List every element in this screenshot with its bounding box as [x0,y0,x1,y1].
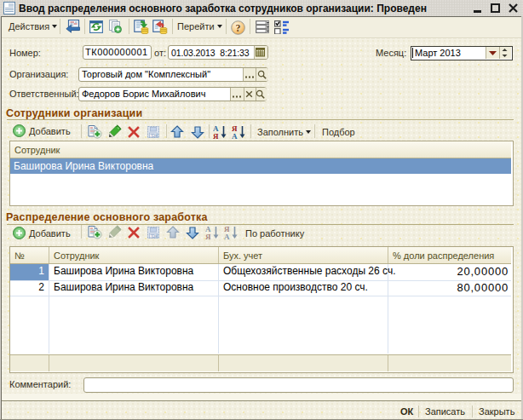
svg-text:ОК: ОК [152,133,158,138]
svg-text:ОК: ОК [152,233,158,239]
svg-text:А: А [224,233,230,240]
svg-text:?: ? [236,22,241,34]
svg-text:Я: Я [213,132,219,140]
svg-text:Я: Я [205,233,211,240]
svg-text:А: А [232,132,238,140]
